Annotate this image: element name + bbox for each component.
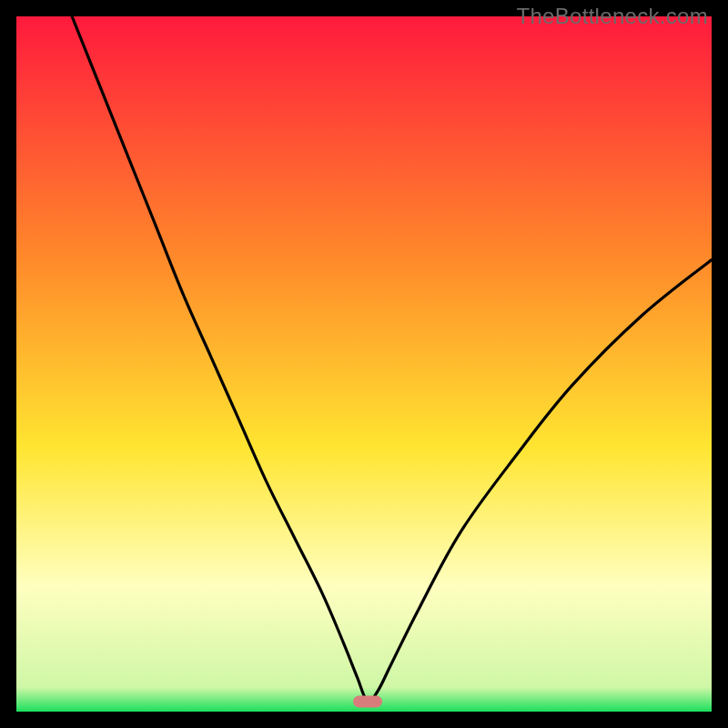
optimal-point-marker — [353, 695, 382, 707]
watermark-text: TheBottleneck.com — [516, 4, 708, 29]
plot-area — [16, 16, 712, 712]
bottleneck-curve — [16, 16, 712, 712]
chart-container: TheBottleneck.com — [0, 0, 728, 728]
